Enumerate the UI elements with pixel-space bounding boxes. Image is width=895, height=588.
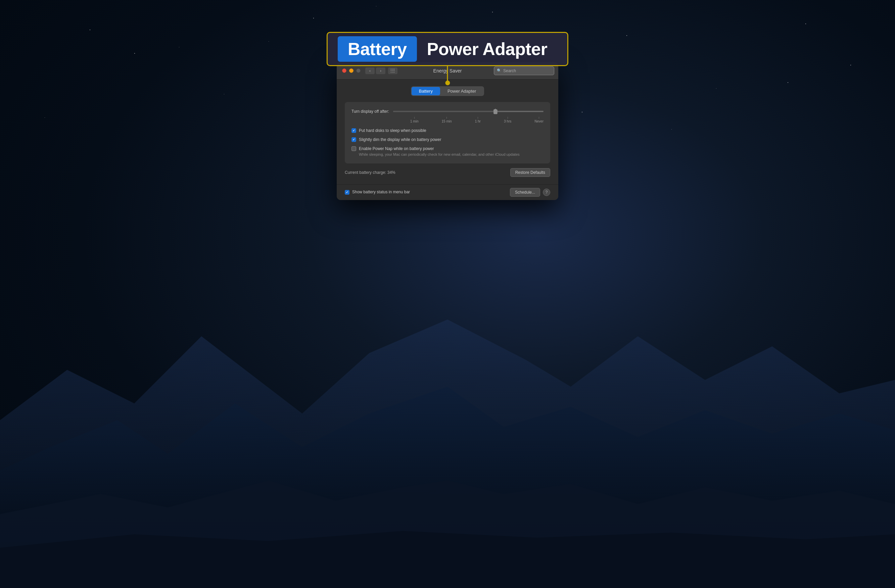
annotation-arrow	[447, 65, 448, 83]
tick-never: Never	[534, 117, 543, 123]
tick-line	[539, 117, 539, 119]
checkbox-show-battery[interactable]: ✓	[345, 190, 349, 195]
traffic-lights	[342, 68, 361, 73]
slider-fill	[393, 111, 496, 112]
nav-buttons: ‹ ›	[365, 67, 397, 74]
tick-line	[478, 117, 478, 119]
tick-label-1hr: 1 hr	[475, 120, 481, 123]
tick-1min: 1 min	[410, 117, 418, 123]
checkbox-hard-disks[interactable]: ✓	[352, 128, 356, 133]
show-battery-row: ✓ Show battery status in menu bar	[345, 189, 410, 195]
tick-label-3hrs: 3 hrs	[504, 120, 511, 123]
help-button[interactable]: ?	[543, 189, 550, 196]
tick-label-never: Never	[534, 120, 543, 123]
right-buttons: Schedule... ?	[510, 188, 550, 197]
tick-1hr: 1 hr	[475, 117, 481, 123]
tick-line	[414, 117, 415, 119]
slider-label: Turn display off after:	[352, 109, 389, 114]
tab-power-adapter[interactable]: Power Adapter	[440, 87, 484, 95]
close-button[interactable]	[342, 68, 346, 73]
annotation-adapter-tab: Power Adapter	[417, 36, 558, 62]
check-icon: ✓	[352, 129, 355, 132]
checkbox-power-nap[interactable]	[352, 146, 356, 151]
check-icon-3: ✓	[346, 191, 349, 194]
window-content: Battery Power Adapter Turn display off a…	[337, 80, 558, 184]
battery-charge-status: Current battery charge: 34%	[345, 170, 396, 175]
forward-button[interactable]: ›	[376, 67, 385, 74]
slider-container[interactable]	[393, 108, 543, 115]
checkbox-hard-disks-label: Put hard disks to sleep when possible	[359, 128, 426, 133]
tick-line	[446, 117, 447, 119]
footer-row: Current battery charge: 34% Restore Defa…	[345, 168, 550, 177]
checkbox-power-nap-sublabel: While sleeping, your Mac can periodicall…	[359, 152, 520, 157]
tick-label-1min: 1 min	[410, 120, 418, 123]
checkbox-hard-disks-row: ✓ Put hard disks to sleep when possible	[352, 128, 543, 133]
search-box[interactable]: 🔍 Search	[494, 67, 554, 75]
checkbox-hard-disks-label-container: Put hard disks to sleep when possible	[359, 128, 426, 133]
slider-track	[393, 111, 543, 112]
slider-thumb-shape	[493, 109, 498, 114]
slider-thumb[interactable]	[493, 108, 498, 115]
back-button[interactable]: ‹	[365, 67, 375, 74]
grid-icon	[391, 69, 395, 73]
slider-row: Turn display off after:	[352, 108, 543, 115]
minimize-button[interactable]	[349, 68, 353, 73]
show-battery-label: Show battery status in menu bar	[352, 189, 410, 195]
annotation-battery-tab: Battery	[338, 36, 417, 62]
checkbox-power-nap-label-container: Enable Power Nap while on battery power …	[359, 146, 520, 158]
checkbox-power-nap-row: Enable Power Nap while on battery power …	[352, 146, 543, 158]
checkbox-group: ✓ Put hard disks to sleep when possible …	[352, 128, 543, 158]
tick-label-15min: 15 min	[442, 120, 452, 123]
checkbox-power-nap-label: Enable Power Nap while on battery power	[359, 146, 520, 152]
restore-defaults-button[interactable]: Restore Defaults	[510, 168, 550, 177]
segment-wrapper: Battery Power Adapter	[411, 86, 484, 96]
fullscreen-button[interactable]	[356, 68, 361, 73]
checkbox-dim-display-label-container: Slightly dim the display while on batter…	[359, 137, 441, 142]
search-icon: 🔍	[497, 68, 502, 73]
slider-ticks: 1 min 15 min 1 hr 3 hrs Never	[410, 117, 543, 123]
tick-line	[508, 117, 508, 119]
annotation-highlight: Battery Power Adapter	[327, 32, 568, 66]
segment-control: Battery Power Adapter	[345, 86, 550, 96]
tick-15min: 15 min	[442, 117, 452, 123]
check-icon-2: ✓	[352, 138, 355, 141]
tab-battery[interactable]: Battery	[411, 87, 440, 95]
bottom-bar: ✓ Show battery status in menu bar Schedu…	[337, 184, 558, 200]
schedule-button[interactable]: Schedule...	[510, 188, 540, 197]
grid-view-button[interactable]	[388, 67, 397, 74]
checkbox-dim-display-row: ✓ Slightly dim the display while on batt…	[352, 137, 543, 142]
tick-3hrs: 3 hrs	[504, 117, 511, 123]
mountain-bg	[0, 286, 895, 588]
checkbox-dim-display[interactable]: ✓	[352, 137, 356, 142]
settings-panel: Turn display off after: 1 min	[345, 102, 550, 164]
checkbox-dim-display-label: Slightly dim the display while on batter…	[359, 137, 441, 142]
search-placeholder: Search	[503, 68, 516, 73]
